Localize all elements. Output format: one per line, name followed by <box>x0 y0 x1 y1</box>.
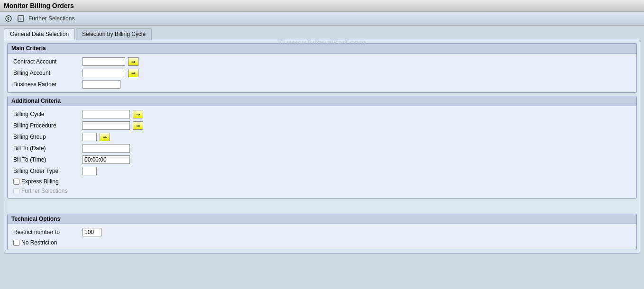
main-criteria-body: Contract Account ⇒ Billing Account ⇒ Bus… <box>8 54 636 92</box>
bill-to-date-input[interactable] <box>83 144 130 153</box>
svg-text:i: i <box>20 16 21 21</box>
outer-panel: Main Criteria Contract Account ⇒ Billing… <box>4 40 640 253</box>
toolbar: i Further Selections © www.tutorialkart.… <box>0 12 644 26</box>
bill-to-date-row: Bill To (Date) <box>13 144 631 153</box>
additional-criteria-header: Additional Criteria <box>8 96 636 106</box>
tab-general-data[interactable]: General Data Selection <box>4 28 75 40</box>
contract-account-row: Contract Account ⇒ <box>13 57 631 66</box>
billing-cycle-row: Billing Cycle ⇒ <box>13 110 631 118</box>
business-partner-label: Business Partner <box>13 81 80 88</box>
billing-cycle-label: Billing Cycle <box>13 111 80 117</box>
additional-criteria-panel: Additional Criteria Billing Cycle ⇒ Bill… <box>7 96 637 199</box>
billing-procedure-arrow[interactable]: ⇒ <box>133 121 143 130</box>
billing-order-type-row: Billing Order Type <box>13 167 631 175</box>
billing-group-row: Billing Group ⇒ <box>13 133 631 141</box>
title-bar: Monitor Billing Orders <box>0 0 644 12</box>
info-icon[interactable]: i <box>16 14 26 23</box>
main-criteria-header: Main Criteria <box>8 44 636 54</box>
billing-cycle-input[interactable] <box>83 110 130 118</box>
bill-to-time-row: Bill To (Time) <box>13 155 631 164</box>
bill-to-date-label: Bill To (Date) <box>13 145 80 152</box>
contract-account-label: Contract Account <box>13 58 80 65</box>
additional-criteria-body: Billing Cycle ⇒ Billing Procedure ⇒ Bill… <box>8 106 636 198</box>
billing-account-arrow[interactable]: ⇒ <box>128 69 138 77</box>
further-selections-label: Further Selections <box>21 188 67 194</box>
billing-account-label: Billing Account <box>13 70 80 76</box>
contract-account-arrow[interactable]: ⇒ <box>128 57 138 66</box>
express-billing-label: Express Billing <box>21 178 59 185</box>
billing-order-type-input[interactable] <box>83 167 97 175</box>
contract-account-input[interactable] <box>83 57 125 66</box>
technical-options-body: Restrict number to No Restriction <box>8 224 636 250</box>
billing-account-row: Billing Account ⇒ <box>13 69 631 77</box>
billing-group-input[interactable] <box>83 133 97 141</box>
billing-cycle-arrow[interactable]: ⇒ <box>133 110 143 118</box>
express-billing-row: Express Billing <box>13 178 631 185</box>
business-partner-row: Business Partner <box>13 80 631 89</box>
restrict-number-label: Restrict number to <box>13 229 80 235</box>
bill-to-time-label: Bill To (Time) <box>13 156 80 163</box>
billing-group-arrow[interactable]: ⇒ <box>100 133 110 141</box>
main-criteria-panel: Main Criteria Contract Account ⇒ Billing… <box>7 43 637 93</box>
billing-account-input[interactable] <box>83 69 125 77</box>
restrict-number-row: Restrict number to <box>13 228 631 236</box>
billing-procedure-input[interactable] <box>83 121 130 130</box>
billing-procedure-row: Billing Procedure ⇒ <box>13 121 631 130</box>
billing-group-label: Billing Group <box>13 134 80 140</box>
tabs-bar: General Data Selection Selection by Bill… <box>0 26 644 40</box>
main-content: Main Criteria Contract Account ⇒ Billing… <box>0 40 644 257</box>
tab-billing-cycle[interactable]: Selection by Billing Cycle <box>76 28 152 40</box>
billing-order-type-label: Billing Order Type <box>13 168 80 174</box>
technical-options-panel: Technical Options Restrict number to No … <box>7 214 637 250</box>
further-selections-row: Further Selections <box>13 188 631 194</box>
bill-to-time-input[interactable] <box>83 155 130 164</box>
spacer <box>7 201 637 211</box>
further-selections-checkbox[interactable] <box>13 188 19 194</box>
no-restriction-row: No Restriction <box>13 239 631 246</box>
further-selections-label: Further Selections <box>28 15 74 22</box>
page-title: Monitor Billing Orders <box>4 2 74 9</box>
svg-point-0 <box>6 16 11 21</box>
no-restriction-label: No Restriction <box>21 239 57 246</box>
no-restriction-checkbox[interactable] <box>13 240 19 246</box>
business-partner-input[interactable] <box>83 80 120 89</box>
restrict-number-input[interactable] <box>83 228 101 236</box>
billing-procedure-label: Billing Procedure <box>13 122 80 129</box>
back-icon[interactable] <box>4 14 13 23</box>
technical-options-header: Technical Options <box>8 214 636 224</box>
express-billing-checkbox[interactable] <box>13 179 19 185</box>
